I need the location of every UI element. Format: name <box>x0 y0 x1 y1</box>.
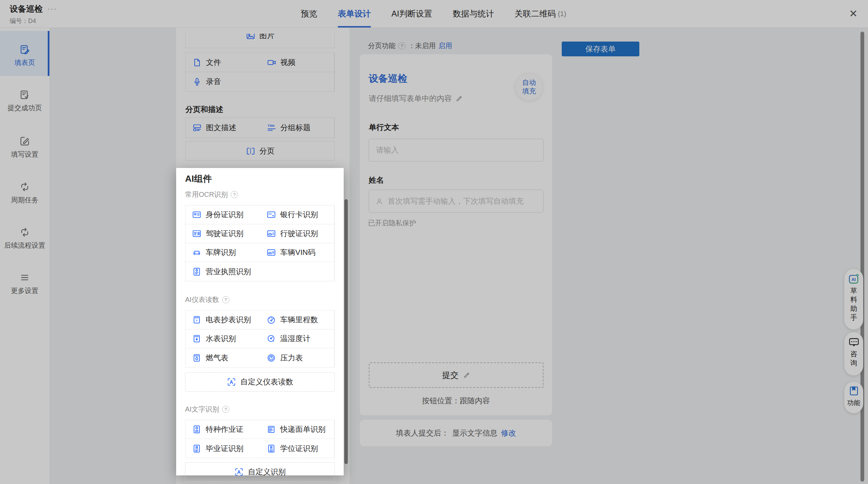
meter-components-grid: 电表抄表识别 车辆里程数 水表识别 温湿度计 燃气表 压力表 <box>185 310 335 368</box>
help-icon[interactable]: ? <box>231 191 238 198</box>
scan-a-icon <box>227 377 236 387</box>
ai-component-item[interactable]: 燃气表 <box>185 348 260 367</box>
degree-icon <box>266 444 276 453</box>
work-permit-icon <box>192 425 202 434</box>
section-label-meter-reading: AI仪表读数 ? <box>185 295 335 304</box>
ai-component-item[interactable]: 车辆里程数 <box>260 311 334 329</box>
custom-recognition-button[interactable]: 自定义识别 <box>185 462 335 482</box>
ai-component-item[interactable]: 银行卡识别 <box>260 205 334 224</box>
dim-overlay <box>0 0 868 484</box>
thermo-hygro-icon <box>266 334 276 344</box>
ai-panel-title: AI组件 <box>185 173 335 184</box>
help-icon[interactable]: ? <box>222 296 229 303</box>
waybill-icon <box>266 425 276 434</box>
help-icon[interactable]: ? <box>222 406 229 413</box>
ai-component-item[interactable]: 学位证识别 <box>260 439 334 458</box>
business-license-icon <box>192 267 202 277</box>
ai-components-panel: AI组件 常用OCR识别 ? 身份证识别 银行卡识别 驾驶证识别 行驶证识别 <box>176 168 344 475</box>
app-window: 设备巡检 ··· 编号：D4 预览 表单设计 AI判断设置 数据与统计 关联二维… <box>0 0 868 484</box>
ai-component-item[interactable]: 电表抄表识别 <box>185 311 260 329</box>
ai-component-item[interactable]: 特种作业证 <box>185 420 260 439</box>
bank-card-icon <box>266 210 276 220</box>
ai-component-item[interactable]: 水表识别 <box>185 329 260 348</box>
ai-component-item[interactable]: 身份证识别 <box>185 205 260 224</box>
vehicle-license-icon <box>266 229 276 238</box>
ai-component-item[interactable]: 温湿度计 <box>260 329 334 348</box>
ai-component-item[interactable]: 压力表 <box>260 348 334 367</box>
ai-component-item[interactable]: 车牌识别 <box>185 243 260 262</box>
diploma-icon <box>192 444 202 453</box>
ai-component-item[interactable]: 驾驶证识别 <box>185 224 260 243</box>
driver-license-icon <box>192 229 202 238</box>
custom-meter-reading-button[interactable]: 自定义仪表读数 <box>185 372 335 392</box>
ocr-components-grid: 身份证识别 银行卡识别 驾驶证识别 行驶证识别 车牌识别 车辆VIN码 <box>185 205 335 281</box>
ai-component-item[interactable]: 行驶证识别 <box>260 224 334 243</box>
scan-a-icon <box>234 467 244 477</box>
empty-grid-cell <box>260 262 334 281</box>
id-card-icon <box>192 210 202 220</box>
gas-meter-icon <box>192 353 202 363</box>
ai-component-item[interactable]: 车辆VIN码 <box>260 243 334 262</box>
section-label-ocr: 常用OCR识别 ? <box>185 190 335 199</box>
ai-component-item[interactable]: 快递面单识别 <box>260 420 334 439</box>
car-icon <box>192 248 202 257</box>
text-recognition-components-grid: 特种作业证 快递面单识别 毕业证识别 学位证识别 <box>185 420 335 458</box>
pressure-gauge-icon <box>266 353 276 363</box>
vin-card-icon <box>266 248 276 257</box>
ai-component-item[interactable]: 营业执照识别 <box>185 262 260 281</box>
odometer-icon <box>266 315 276 325</box>
ai-component-item[interactable]: 毕业证识别 <box>185 439 260 458</box>
section-label-text-recognition: AI文字识别 ? <box>185 405 335 414</box>
electric-meter-icon <box>192 315 202 325</box>
water-meter-icon <box>192 334 202 344</box>
